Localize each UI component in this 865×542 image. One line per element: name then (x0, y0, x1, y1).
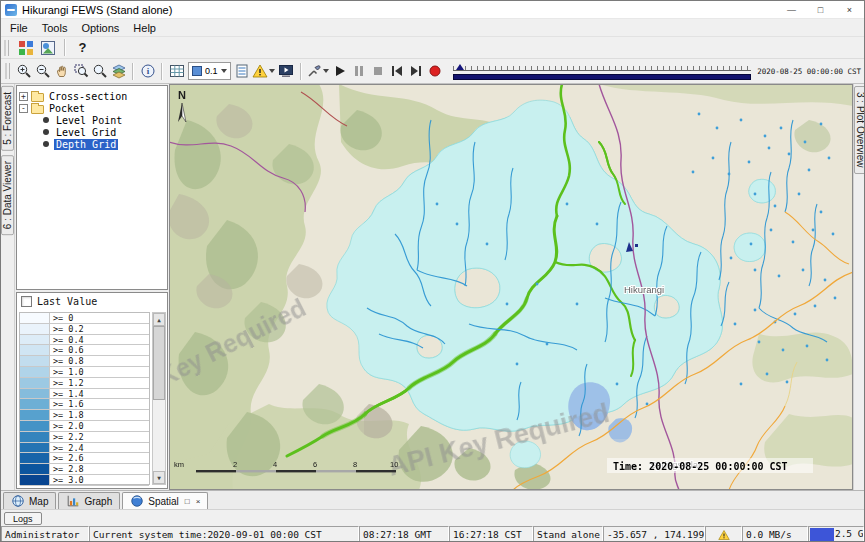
pause-button[interactable] (350, 61, 369, 81)
profile-button[interactable] (233, 61, 252, 81)
scrollbar-thumb[interactable] (153, 326, 165, 400)
legend-header: Last Value (17, 293, 167, 310)
menu-tools[interactable]: Tools (35, 21, 75, 35)
dropper-dropdown[interactable] (306, 63, 331, 79)
menu-bar: File Tools Options Help (1, 19, 864, 36)
menu-help[interactable]: Help (126, 21, 163, 35)
tree-item-depth-grid[interactable]: Depth Grid (19, 138, 165, 150)
tab-spatial[interactable]: Spatial □ × (122, 492, 208, 509)
zoom-out-icon (35, 63, 51, 79)
tree-item-level-grid[interactable]: Level Grid (19, 126, 165, 138)
legend-row: >= 1.2 (20, 378, 149, 389)
dock-tab-plot-overview[interactable]: 3 : Plot Overview (854, 86, 865, 174)
time-slider[interactable] (453, 63, 751, 80)
zoom-out-button[interactable] (33, 61, 52, 81)
legend-row: >= 2.2 (20, 432, 149, 443)
legend-label: >= 2.2 (50, 432, 149, 442)
legend-row: >= 1.4 (20, 389, 149, 400)
grid-display-button[interactable] (16, 38, 35, 58)
map-canvas[interactable]: API Key Required API Key Required Hikura… (169, 84, 853, 490)
scale-tick: 4 (273, 460, 277, 469)
toolbar-separator (300, 63, 302, 80)
left-dock-strip: 5 : Forecast 6 : Data Viewer (1, 84, 15, 490)
minimize-button[interactable]: — (777, 1, 806, 18)
scale-tick: 2 (233, 460, 237, 469)
grid-layer-button[interactable] (167, 61, 186, 81)
last-value-checkbox[interactable] (21, 296, 32, 307)
legend-label: >= 2.4 (50, 443, 149, 453)
pause-icon (351, 63, 367, 79)
title-bar[interactable]: Hikurangi FEWS (Stand alone) — □ × (1, 1, 864, 19)
legend-label: >= 2.8 (50, 464, 149, 474)
tree-item-level-point[interactable]: Level Point (19, 114, 165, 126)
tab-map[interactable]: Map (3, 492, 56, 509)
animation-button[interactable] (277, 61, 296, 81)
app-logo-icon (5, 4, 17, 16)
legend-color-swatch (20, 464, 50, 474)
play-icon (332, 63, 348, 79)
layers-button[interactable] (109, 61, 128, 81)
expand-icon[interactable]: + (19, 92, 28, 101)
layers-tree[interactable]: + Cross-section - Pocket Level Point Lev… (16, 85, 168, 290)
tab-graph[interactable]: Graph (58, 492, 120, 509)
main-toolbar: ? (1, 36, 864, 58)
legend-label: >= 1.4 (50, 389, 149, 399)
toolbar-grip[interactable] (4, 40, 9, 56)
play-button[interactable] (331, 61, 350, 81)
status-bar: Administrator Current system time:2020-0… (1, 526, 864, 542)
legend-row: >= 1.6 (20, 399, 149, 410)
menu-file[interactable]: File (3, 21, 35, 35)
tree-item-pocket[interactable]: - Pocket (19, 102, 165, 114)
dock-tab-data-viewer[interactable]: 6 : Data Viewer (1, 155, 14, 235)
maximize-button[interactable]: □ (806, 1, 835, 18)
info-button[interactable]: i (138, 61, 157, 81)
legend-label: >= 0 (50, 313, 149, 323)
map-view[interactable]: API Key Required API Key Required Hikura… (169, 84, 853, 490)
opacity-value: 0.1 (205, 66, 218, 76)
toolbar-grip[interactable] (5, 63, 10, 79)
opacity-combo[interactable]: 0.1 (188, 62, 231, 80)
close-button[interactable]: × (835, 1, 864, 18)
legend-label: >= 2.0 (50, 421, 149, 431)
help-button[interactable]: ? (73, 38, 92, 58)
record-button[interactable] (426, 61, 445, 81)
scroll-up-icon[interactable]: ▲ (153, 313, 165, 326)
legend-label: >= 1.6 (50, 399, 149, 409)
toolbar-separator (132, 63, 134, 80)
dock-tab-forecast[interactable]: 5 : Forecast (1, 86, 14, 151)
zoom-rectangle-button[interactable] (71, 61, 90, 81)
legend-label: >= 0.4 (50, 335, 149, 345)
window-controls: — □ × (777, 1, 864, 18)
legend-color-swatch (20, 453, 50, 463)
step-back-button[interactable] (388, 61, 407, 81)
timeline-ruler[interactable] (453, 63, 751, 71)
layer-node-icon (43, 141, 49, 147)
status-memory-gauge: 2.5 GB (808, 526, 864, 542)
scroll-down-icon[interactable]: ▼ (153, 471, 165, 484)
close-panel-icon[interactable]: × (196, 497, 201, 506)
spatial-display-button[interactable] (38, 38, 57, 58)
memory-label: 2.5 GB (835, 528, 864, 539)
zoom-in-icon (16, 63, 32, 79)
menu-options[interactable]: Options (74, 21, 126, 35)
maximize-panel-icon[interactable]: □ (185, 497, 190, 506)
logs-button[interactable]: Logs (4, 512, 42, 525)
pan-hand-icon (54, 63, 70, 79)
stop-button[interactable] (369, 61, 388, 81)
legend-row: >= 0.6 (20, 345, 149, 356)
status-warning[interactable] (705, 526, 742, 542)
legend-label: >= 3.0 (50, 475, 149, 485)
collapse-icon[interactable]: - (19, 104, 28, 113)
legend-scrollbar[interactable]: ▲ ▼ (152, 312, 166, 485)
scrollbar-track[interactable] (153, 326, 165, 471)
warnings-dropdown[interactable] (252, 63, 277, 79)
timeline-period-bar[interactable] (453, 74, 751, 80)
layer-node-icon (43, 129, 49, 135)
zoom-in-button[interactable] (14, 61, 33, 81)
legend-color-swatch (20, 432, 50, 442)
tree-item-cross-section[interactable]: + Cross-section (19, 90, 165, 102)
status-local-time: 16:27:18 CST (449, 526, 533, 542)
pan-button[interactable] (52, 61, 71, 81)
step-forward-button[interactable] (407, 61, 426, 81)
zoom-previous-button[interactable] (90, 61, 109, 81)
